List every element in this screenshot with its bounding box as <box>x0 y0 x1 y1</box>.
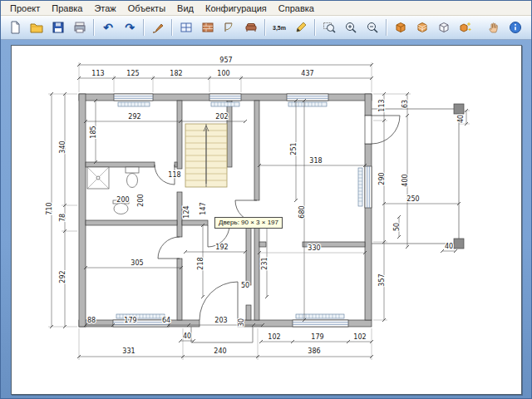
zoomw-icon <box>323 21 336 34</box>
dim-label: 192 <box>215 244 228 251</box>
printer-icon <box>73 21 86 34</box>
new-project-button[interactable] <box>5 18 25 37</box>
save-project-button[interactable] <box>48 18 68 37</box>
dim-label: 50 <box>241 282 249 289</box>
bathroom-fixtures <box>87 167 139 214</box>
dim-label: 113 <box>378 99 386 111</box>
dim-label: 50 <box>393 223 401 231</box>
dim-label: 125 <box>126 70 139 77</box>
info-button[interactable] <box>505 18 525 37</box>
dim-label: 179 <box>311 333 323 341</box>
door-icon <box>223 21 236 34</box>
dim-label: 40 <box>183 332 191 340</box>
dim-label: 63 <box>401 100 409 108</box>
dim-label: 182 <box>170 70 182 77</box>
dim-label: 231 <box>261 257 268 269</box>
menu-bar: ПроектПравкаЭтажОбъектыВидКонфигурацияСп… <box>1 1 531 16</box>
view-3d-button[interactable] <box>391 18 411 37</box>
dim-label: 102 <box>268 333 280 341</box>
print-button[interactable] <box>70 18 90 37</box>
model-view-button[interactable] <box>434 18 454 37</box>
zoomin-icon <box>344 21 357 34</box>
measure-tool-button[interactable]: 3,5m <box>269 18 289 37</box>
dim-label: 202 <box>215 113 228 121</box>
materials-button[interactable] <box>412 18 432 37</box>
windows-group <box>113 94 372 327</box>
wall-tool-button[interactable] <box>198 18 218 37</box>
zoomout-icon <box>366 21 379 34</box>
toolbar-separator <box>264 19 266 36</box>
zoom-out-button[interactable] <box>362 18 382 37</box>
dim-label: 357 <box>378 273 386 286</box>
cubegrid-icon <box>416 21 429 34</box>
zoom-in-button[interactable] <box>341 18 361 37</box>
dim-label: 64 <box>162 317 170 324</box>
dim-label: 318 <box>309 157 322 165</box>
paint-tool-button[interactable] <box>148 18 168 37</box>
menu-item-1[interactable]: Правка <box>46 2 88 14</box>
redo-button[interactable]: ↷ <box>120 18 140 37</box>
door-tool-button[interactable] <box>219 18 239 37</box>
render-button[interactable] <box>456 18 475 37</box>
zoom-window-button[interactable] <box>319 18 339 37</box>
dim-label: 437 <box>301 70 313 77</box>
render-icon <box>459 21 472 34</box>
dim-label: 203 <box>214 317 227 324</box>
app-window: ПроектПравкаЭтажОбъектыВидКонфигурацияСп… <box>0 0 532 399</box>
dim-label: 147 <box>200 202 207 214</box>
dim-label: 292 <box>59 270 66 283</box>
dim-label: 88 <box>87 317 96 324</box>
brush-icon <box>151 21 165 34</box>
dim-label: 305 <box>131 259 143 267</box>
dim-label: 292 <box>128 113 140 121</box>
room-tool-button[interactable] <box>176 18 196 37</box>
cubewhite-icon <box>437 21 451 34</box>
stairs <box>185 124 227 187</box>
door-tooltip: Дверь: 90 × 3 × 197 <box>214 217 283 229</box>
radiators-group <box>116 102 362 318</box>
dim-label: 40 <box>445 243 453 250</box>
dim-label: 330 <box>308 244 320 252</box>
workspace: 9571131251821004372922021182003181923055… <box>1 40 531 399</box>
menu-item-0[interactable]: Проект <box>4 2 46 14</box>
dim-label: 102 <box>353 333 366 341</box>
drawing-canvas[interactable]: 9571131251821004372922021182003181923055… <box>11 45 522 395</box>
dim-label: 340 <box>59 140 66 153</box>
folder-icon <box>30 21 43 34</box>
dim-label: 185 <box>90 126 97 138</box>
brick-icon <box>201 21 214 34</box>
hand-icon <box>487 21 500 34</box>
undo-button[interactable]: ↶ <box>98 18 118 37</box>
menu-item-5[interactable]: Конфигурация <box>200 2 273 14</box>
dim-label: 200 <box>137 194 145 206</box>
menu-item-3[interactable]: Объекты <box>122 2 171 14</box>
page-icon <box>8 21 22 34</box>
open-project-button[interactable] <box>27 18 47 37</box>
toolbar-right-group <box>483 18 526 37</box>
toolbar: ↶↷3,5m <box>1 16 531 40</box>
hand-tool-button[interactable] <box>484 18 504 37</box>
dim-label: 957 <box>219 57 232 64</box>
menu-item-6[interactable]: Справка <box>273 2 320 14</box>
dim-label: 100 <box>217 70 229 77</box>
dim-label: 400 <box>401 174 409 186</box>
menu-item-2[interactable]: Этаж <box>88 2 121 14</box>
dim-label: 386 <box>308 347 320 355</box>
menu-item-4[interactable]: Вид <box>171 2 200 14</box>
dim-label: 290 <box>378 172 386 185</box>
dim-label: 179 <box>124 317 136 324</box>
toolbar-separator <box>386 19 387 36</box>
info-icon <box>509 21 522 34</box>
toolbar-separator <box>93 19 95 36</box>
dim-label: 240 <box>214 347 226 355</box>
grid-icon <box>180 21 193 34</box>
cube-icon <box>394 21 407 34</box>
floppy-icon <box>52 21 65 34</box>
dim-label: 218 <box>197 257 204 269</box>
dim-label: 200 <box>116 196 129 204</box>
pencil-icon <box>294 21 308 34</box>
toolbar-separator <box>171 19 173 36</box>
draw-tool-button[interactable] <box>291 18 311 37</box>
toolbar-left-group: ↶↷3,5m <box>4 18 476 37</box>
furniture-tool-button[interactable] <box>241 18 261 37</box>
